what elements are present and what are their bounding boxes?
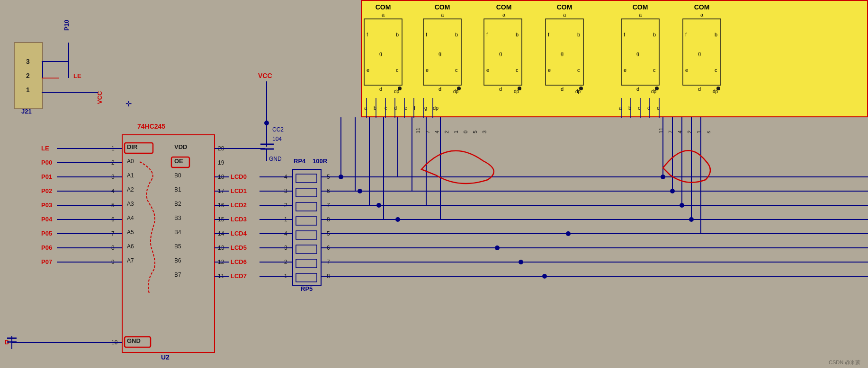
ic-a0-label: A0 <box>127 158 134 165</box>
ic-a5-label: A5 <box>127 229 134 236</box>
lcd0-sig: LCD0 <box>231 173 247 180</box>
le-sig: LE <box>41 145 49 152</box>
cap-cc2-label: CC2 <box>272 126 284 133</box>
ic-a6-label: A6 <box>127 243 134 250</box>
bus-num-s-r: s <box>706 131 711 133</box>
j21-pin2: 2 <box>26 72 30 79</box>
svg-point-79 <box>395 217 400 222</box>
ic-vdd-label: VDD <box>174 143 187 150</box>
p07-sig: P07 <box>41 258 52 265</box>
u2-ref: U2 <box>161 353 170 361</box>
ic-b7-label: B7 <box>174 272 181 278</box>
main-schematic-svg: 3 2 1 J21 P10 LE VCC ✛ 74HC245 DIR A0 A1… <box>0 0 868 368</box>
lcd7-sig: LCD7 <box>231 272 247 280</box>
svg-point-78 <box>376 203 381 208</box>
bus-num-5: 5 <box>472 131 478 133</box>
lcd3-sig: LCD3 <box>231 216 247 223</box>
pin19-num: 19 <box>218 159 224 166</box>
ic-b6-label: B6 <box>174 257 181 264</box>
svg-point-100 <box>689 217 694 222</box>
lcd1-sig: LCD1 <box>231 187 247 194</box>
bus-num-7: 7 <box>425 131 430 133</box>
p03-sig: P03 <box>41 202 52 209</box>
ic-gnd-label: GND <box>127 337 141 344</box>
cursor-symbol: ✛ <box>125 100 132 108</box>
bus-num-0: 0 <box>463 131 468 133</box>
p10-label: P10 <box>63 20 70 31</box>
lcd2-sig: LCD2 <box>231 202 247 209</box>
svg-point-80 <box>495 245 500 250</box>
bus-num-11: 11 <box>415 128 421 133</box>
j21-pin1: 1 <box>26 86 30 94</box>
p01-sig: P01 <box>41 173 52 180</box>
bus-num-1: 1 <box>453 131 459 133</box>
cap-value: 104 <box>272 136 282 142</box>
rp4-value: 100R <box>313 158 328 165</box>
ic-a7-label: A7 <box>127 257 134 264</box>
le-label-top: LE <box>73 72 81 79</box>
bus-num-3: 3 <box>482 131 487 133</box>
watermark-text: CSDN @米萧- <box>829 359 862 365</box>
ic-a4-label: A4 <box>127 215 134 221</box>
ic-part-label: 74HC245 <box>137 123 165 130</box>
ic-b2-label: B2 <box>174 201 181 207</box>
svg-point-82 <box>542 274 547 279</box>
j21-ref: J21 <box>21 108 32 115</box>
schematic-canvas: COM a f b g e c d dp COM a f b <box>0 0 868 368</box>
svg-point-98 <box>670 189 675 193</box>
ic-b0-label: B0 <box>174 172 181 179</box>
ic-dir-label: DIR <box>127 143 138 150</box>
ic-b1-label: B1 <box>174 186 181 193</box>
bus-num-2: 2 <box>444 131 449 133</box>
svg-point-83 <box>566 231 571 236</box>
svg-rect-26 <box>122 135 215 352</box>
svg-point-99 <box>680 203 684 208</box>
lcd4-sig: LCD4 <box>231 230 247 237</box>
p02-sig: P02 <box>41 187 52 194</box>
svg-point-77 <box>358 189 362 193</box>
lcd5-sig: LCD5 <box>231 244 247 251</box>
ic-a3-label: A3 <box>127 201 134 207</box>
ic-a2-label: A2 <box>127 186 134 193</box>
rp5-ref: RP5 <box>301 285 313 292</box>
p05-sig: P05 <box>41 230 52 237</box>
vcc-label-left: VCC <box>96 91 103 104</box>
bus-num-4: 4 <box>434 131 440 133</box>
p04-sig: P04 <box>41 216 53 223</box>
p06-sig: P06 <box>41 244 52 251</box>
ic-oe-label: OE <box>174 158 183 165</box>
ic-b5-label: B5 <box>174 243 181 250</box>
ic-b3-label: B3 <box>174 215 181 221</box>
ic-a1-label: A1 <box>127 172 134 179</box>
p00-sig: P00 <box>41 159 52 166</box>
rp4-ref: RP4 <box>294 158 306 165</box>
svg-point-81 <box>519 260 523 264</box>
lcd6-sig: LCD6 <box>231 258 247 265</box>
j21-pin3: 3 <box>26 58 30 65</box>
ic-b4-label: B4 <box>174 229 181 236</box>
svg-point-97 <box>661 175 665 179</box>
vcc-power: VCC <box>258 72 272 79</box>
gnd-label: GND <box>269 156 282 162</box>
